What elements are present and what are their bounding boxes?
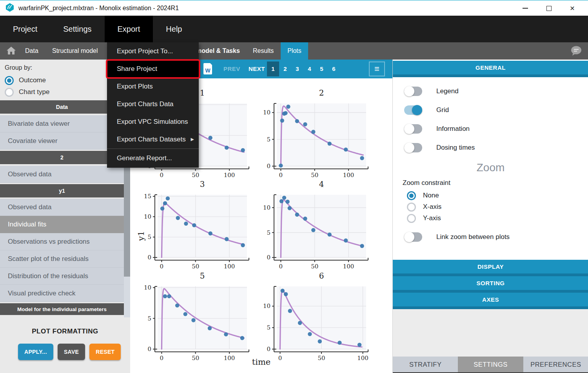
menu-project[interactable]: Project xyxy=(0,16,50,42)
tab-stratify[interactable]: STRATIFY xyxy=(393,357,458,372)
general-section-header[interactable]: GENERAL xyxy=(393,61,588,77)
svg-text:5: 5 xyxy=(267,229,270,236)
window-controls: ✕ xyxy=(514,0,584,16)
plot-canvas-3: 051015050100 xyxy=(133,190,251,270)
grid-toggle-row: Grid xyxy=(404,105,449,115)
sidebar-scrollbar-thumb[interactable] xyxy=(124,168,130,277)
monolix-window: warfarinPK_project.mlxtran - Monolix est… xyxy=(0,0,588,373)
legend-toggle[interactable] xyxy=(404,87,422,96)
zoom-x-axis-radio[interactable] xyxy=(407,203,416,212)
page-button-5[interactable]: 5 xyxy=(316,62,328,76)
axes-section-header[interactable]: AXES xyxy=(393,293,588,309)
link-zoom-toggle-row: Link zoom between plots xyxy=(404,232,510,242)
plot-title-2: 2 xyxy=(252,87,370,99)
close-button[interactable]: ✕ xyxy=(561,0,584,16)
information-toggle[interactable] xyxy=(404,124,422,134)
individual-fit-plot-4[interactable]: 4 0510050100 xyxy=(252,178,370,270)
export-dropdown-menu: Export Project To... Share Project Expor… xyxy=(107,42,199,168)
zoom-none-radio[interactable] xyxy=(407,191,416,200)
menu-item-export-charts-datasets[interactable]: Export Charts Datasets ▶ xyxy=(107,130,199,148)
dosing-times-toggle-label: Dosing times xyxy=(436,144,475,152)
hamburger-icon: ≡ xyxy=(374,64,379,74)
svg-text:5: 5 xyxy=(147,315,151,322)
zoom-y-axis-radio[interactable] xyxy=(407,214,416,223)
svg-text:50: 50 xyxy=(311,172,318,177)
sidebar-item-distribution-residuals[interactable]: Distribution of the residuals xyxy=(0,268,124,285)
page-button-3[interactable]: 3 xyxy=(291,62,303,76)
menu-item-export-charts-data[interactable]: Export Charts Data xyxy=(107,95,199,113)
prev-page-button[interactable]: PREV xyxy=(223,60,240,78)
home-icon[interactable] xyxy=(6,46,16,57)
outcome-radio[interactable] xyxy=(5,76,14,85)
maximize-button[interactable] xyxy=(537,0,561,16)
link-zoom-toggle-knob xyxy=(404,232,414,242)
sidebar-item-observed-data-y1[interactable]: Observed data xyxy=(0,199,124,216)
zoom-constraint-none[interactable]: None xyxy=(407,190,439,201)
minimize-button[interactable] xyxy=(514,0,537,16)
sidebar-item-covariate-viewer[interactable]: Covariate viewer xyxy=(0,132,124,150)
svg-text:0: 0 xyxy=(160,172,164,177)
word-export-icon[interactable]: W xyxy=(203,63,212,74)
individual-fit-plot-6[interactable]: 6 0510050100 xyxy=(252,270,370,362)
sidebar-item-visual-predictive-check[interactable]: Visual predictive check xyxy=(0,285,124,302)
maximize-icon xyxy=(546,6,552,11)
plot-canvas-5: 0510050100 xyxy=(133,282,251,362)
individual-fit-plot-5[interactable]: 5 0510050100 xyxy=(133,270,251,362)
menu-item-generate-report[interactable]: Generate Report... xyxy=(107,149,199,167)
tab-structural-model[interactable]: Structural model xyxy=(52,42,98,60)
menu-item-export-vpc-simulations[interactable]: Export VPC Simulations xyxy=(107,113,199,130)
menu-item-export-plots[interactable]: Export Plots xyxy=(107,78,199,95)
link-zoom-toggle-label: Link zoom between plots xyxy=(436,233,510,241)
chart-type-radio[interactable] xyxy=(5,88,14,97)
next-page-button[interactable]: NEXT xyxy=(249,60,265,78)
individual-fit-plot-3[interactable]: 3 051015050100 xyxy=(133,178,251,270)
sorting-section-header[interactable]: SORTING xyxy=(393,276,588,293)
individual-fit-plot-2[interactable]: 2 0510050100 xyxy=(252,87,370,179)
menu-item-export-project-to[interactable]: Export Project To... xyxy=(107,42,199,60)
reset-button[interactable]: RESET xyxy=(89,344,121,360)
page-button-1[interactable]: 1 xyxy=(267,62,279,76)
sidebar-item-observations-vs-predictions[interactable]: Observations vs predictions xyxy=(0,233,124,250)
menu-item-share-project[interactable]: Share Project xyxy=(107,60,199,78)
zoom-constraint-x-axis[interactable]: X-axis xyxy=(407,202,441,212)
svg-text:5: 5 xyxy=(267,136,270,143)
page-button-6[interactable]: 6 xyxy=(328,62,340,76)
menu-help[interactable]: Help xyxy=(153,16,195,42)
page-button-2[interactable]: 2 xyxy=(279,62,291,76)
svg-text:5: 5 xyxy=(267,324,270,331)
dosing-times-toggle-knob xyxy=(404,143,414,153)
tab-settings[interactable]: SETTINGS xyxy=(458,357,523,372)
svg-text:0: 0 xyxy=(267,346,270,353)
menu-export[interactable]: Export xyxy=(105,16,153,42)
apply-button[interactable]: APPLY... xyxy=(18,344,53,360)
sidebar-item-individual-fits[interactable]: Individual fits xyxy=(0,216,124,233)
sorting-header-label: SORTING xyxy=(393,276,588,290)
svg-text:10: 10 xyxy=(263,204,270,211)
display-section-header[interactable]: DISPLAY xyxy=(393,260,588,276)
sidebar-item-bivariate-data-viewer[interactable]: Bivariate data viewer xyxy=(0,115,124,132)
sidebar-item-observed-data-2[interactable]: Observed data xyxy=(0,166,124,183)
svg-text:50: 50 xyxy=(311,263,318,268)
menu-settings[interactable]: Settings xyxy=(50,16,104,42)
grid-toggle-knob xyxy=(412,105,422,115)
tab-plots[interactable]: Plots xyxy=(281,42,308,60)
link-zoom-toggle[interactable] xyxy=(404,232,422,242)
word-icon-letter: W xyxy=(203,67,212,74)
svg-text:10: 10 xyxy=(263,109,270,116)
save-button[interactable]: SAVE xyxy=(58,344,85,360)
plot-layout-menu-button[interactable]: ≡ xyxy=(369,62,385,76)
zoom-constraint-y-axis[interactable]: Y-axis xyxy=(407,213,441,223)
page-button-4[interactable]: 4 xyxy=(303,62,316,76)
feedback-bubble-icon[interactable] xyxy=(570,45,583,58)
tab-results[interactable]: Results xyxy=(253,42,274,60)
group-by-outcome[interactable]: Outcome xyxy=(5,74,124,86)
tab-data[interactable]: Data xyxy=(25,42,38,60)
submenu-arrow-icon: ▶ xyxy=(191,130,194,148)
group-by-chart-type[interactable]: Chart type xyxy=(5,86,124,98)
dosing-times-toggle[interactable] xyxy=(404,143,422,152)
sidebar-item-scatter-plot-residuals[interactable]: Scatter plot of the residuals xyxy=(0,250,124,268)
tab-preferences[interactable]: PREFERENCES xyxy=(523,357,588,372)
chart-type-radio-label: Chart type xyxy=(19,88,49,96)
grid-toggle[interactable] xyxy=(404,105,422,115)
plot-canvas-2: 0510050100 xyxy=(252,99,370,179)
